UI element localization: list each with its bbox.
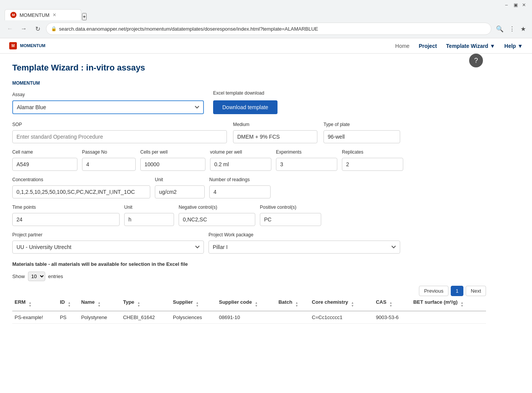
search-icon[interactable]: 🔍: [494, 24, 505, 34]
nav-template-wizard[interactable]: Template Wizard ▼: [446, 43, 495, 49]
reload-button[interactable]: ↻: [32, 23, 43, 34]
cells-per-well-input[interactable]: [140, 158, 205, 171]
next-button[interactable]: Next: [466, 286, 486, 296]
tab-close-button[interactable]: ✕: [53, 12, 56, 18]
sort-batch-icon[interactable]: ▲▼: [295, 301, 298, 308]
cell-fields-row: Cell name Passage No Cells per well volu…: [12, 149, 486, 171]
project-partner-label: Project partner: [12, 232, 204, 237]
nav-help[interactable]: Help ▼: [504, 43, 523, 49]
nav-project[interactable]: Project: [419, 43, 437, 49]
nav-home[interactable]: Home: [395, 43, 409, 49]
url-bar[interactable]: 🔒 search.data.enanomapper.net/projects/m…: [46, 23, 491, 35]
sort-supplier-icon[interactable]: ▲▼: [196, 301, 199, 308]
logo-text: MOMENTUM: [20, 43, 45, 48]
top-pagination: Previous 1 Next: [12, 286, 486, 296]
assay-select[interactable]: Alamar Blue: [12, 100, 204, 114]
cell-name-group: Cell name: [12, 149, 77, 171]
time-unit-input[interactable]: [124, 213, 174, 226]
restore-icon[interactable]: ▣: [514, 2, 519, 8]
conc-unit-input[interactable]: [155, 185, 205, 198]
help-circle-icon[interactable]: ?: [469, 54, 483, 67]
pos-control-group: Positive control(s): [260, 205, 321, 226]
tab-title: MOMENTUM: [20, 12, 49, 18]
app-logo: M MOMENTUM: [9, 42, 45, 49]
cells-per-well-label: Cells per well: [140, 149, 205, 155]
help-dropdown-chevron-icon: ▼: [517, 43, 523, 49]
assay-group: Assay Alamar Blue: [12, 92, 204, 114]
passage-input[interactable]: [82, 158, 136, 171]
previous-button[interactable]: Previous: [419, 286, 448, 296]
timepoints-label: Time points: [12, 205, 120, 210]
plate-input[interactable]: [323, 130, 400, 143]
sort-id-icon[interactable]: ▲▼: [68, 301, 71, 308]
sort-cas-icon[interactable]: ▲▼: [389, 301, 392, 308]
page-1-button[interactable]: 1: [451, 286, 463, 296]
col-batch: Batch ▲▼: [276, 296, 309, 311]
work-package-select[interactable]: Pillar I: [209, 241, 400, 254]
excel-download-group: Excel template download Download templat…: [213, 90, 277, 114]
col-core-chemistry: Core chemistry ▲▼: [310, 296, 374, 311]
concentrations-input[interactable]: [12, 185, 150, 198]
download-template-button[interactable]: Download template: [213, 100, 277, 114]
readings-label: Number of readings: [209, 177, 271, 182]
col-erm: ERM ▲▼: [12, 296, 57, 311]
show-entries-select[interactable]: 10 25 50: [28, 272, 45, 281]
time-unit-label: Unit: [124, 205, 174, 210]
sop-input[interactable]: [12, 130, 227, 143]
plate-label: Type of plate: [323, 122, 400, 127]
share-icon[interactable]: ⋮: [507, 24, 517, 34]
experiments-input[interactable]: [276, 158, 337, 171]
forward-button[interactable]: →: [18, 23, 29, 34]
nav-links: Home Project Template Wizard ▼ Help ▼: [395, 43, 523, 49]
experiments-label: Experiments: [276, 149, 337, 155]
neg-control-input[interactable]: [179, 213, 255, 226]
tab-favicon: M: [10, 12, 16, 18]
cell-name-input[interactable]: [12, 158, 77, 171]
browser-toolbar-icons: 🔍 ⋮ ★: [494, 24, 527, 34]
timepoints-input[interactable]: [12, 213, 120, 226]
table-header-row: ERM ▲▼ ID ▲▼ Name ▲▼ Type ▲▼: [12, 296, 486, 311]
concentrations-row: Concentrations Unit Number of readings: [12, 177, 486, 198]
sort-name-icon[interactable]: ▲▼: [98, 301, 101, 308]
medium-input[interactable]: [233, 130, 317, 143]
excel-label: Excel template download: [213, 90, 277, 96]
work-package-group: Project Work package Pillar I: [209, 232, 400, 254]
sort-supplier-code-icon[interactable]: ▲▼: [255, 301, 258, 308]
replicates-label: Replicates: [342, 149, 403, 155]
timepoints-row: Time points Unit Negative control(s) Pos…: [12, 205, 486, 226]
sort-erm-icon[interactable]: ▲▼: [29, 301, 32, 308]
new-tab-button[interactable]: +: [82, 13, 87, 20]
cell-cas: 9003-53-6: [374, 311, 411, 324]
replicates-input[interactable]: [342, 158, 403, 171]
minimize-icon[interactable]: –: [505, 2, 511, 8]
project-partner-select[interactable]: UU - University Utrecht: [12, 241, 204, 254]
assay-label: Assay: [12, 92, 204, 97]
medium-label: Medium: [233, 122, 317, 127]
table-row: PS-example! PS Polystyrene CHEBI_61642 P…: [12, 311, 486, 324]
volume-per-well-input[interactable]: [210, 158, 271, 171]
assay-download-row: Assay Alamar Blue Excel template downloa…: [12, 90, 486, 114]
active-tab[interactable]: M MOMENTUM ✕: [5, 9, 81, 20]
bookmark-icon[interactable]: ★: [519, 24, 527, 34]
lock-icon: 🔒: [51, 26, 57, 31]
main-content: ? Template Wizard : in-vitro assays MOME…: [0, 54, 498, 333]
volume-per-well-group: volume per well: [210, 149, 271, 171]
col-bet-surface: BET surface (m²/g) ▲▼: [411, 296, 486, 311]
cell-erm: PS-example!: [12, 311, 57, 324]
neg-control-label: Negative control(s): [179, 205, 255, 210]
readings-input[interactable]: [209, 185, 271, 198]
passage-label: Passage No: [82, 149, 136, 155]
col-type: Type ▲▼: [121, 296, 171, 311]
back-button[interactable]: ←: [5, 23, 15, 34]
close-icon[interactable]: ✕: [522, 2, 527, 8]
col-id: ID ▲▼: [57, 296, 79, 311]
sort-bet-icon[interactable]: ▲▼: [460, 301, 463, 308]
sop-medium-plate-row: SOP Medium Type of plate: [12, 122, 486, 143]
app-navbar: M MOMENTUM Home Project Template Wizard …: [0, 38, 532, 54]
pos-control-input[interactable]: [260, 213, 321, 226]
col-supplier: Supplier ▲▼: [171, 296, 217, 311]
sort-core-chemistry-icon[interactable]: ▲▼: [351, 301, 354, 308]
work-package-label: Project Work package: [209, 232, 400, 237]
readings-group: Number of readings: [209, 177, 271, 198]
sort-type-icon[interactable]: ▲▼: [137, 301, 140, 308]
